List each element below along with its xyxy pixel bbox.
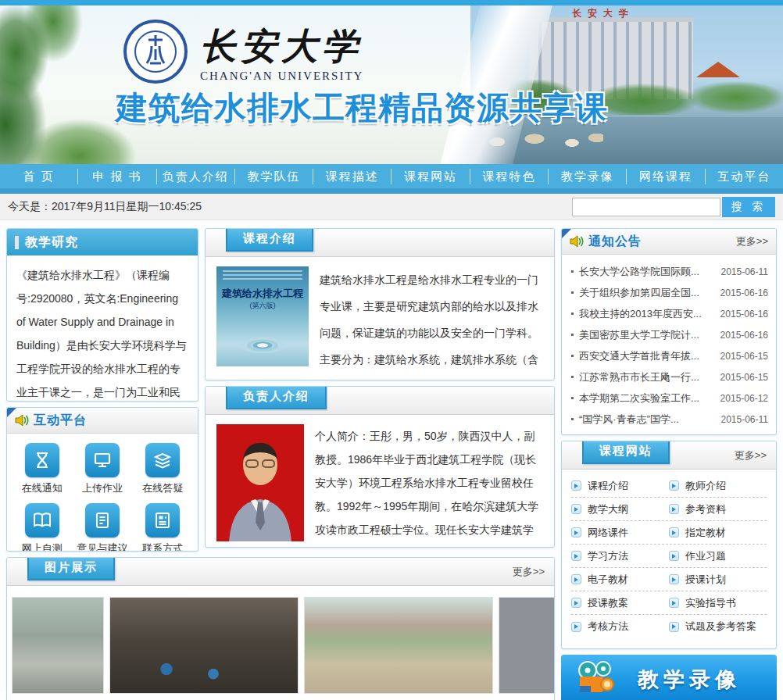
- university-seal-icon: [123, 20, 188, 84]
- leader-intro-tab[interactable]: 负责人介绍: [226, 386, 327, 409]
- gallery-photo[interactable]: [304, 597, 493, 694]
- notice-date: 2015-06-15: [720, 351, 768, 362]
- course-site-link[interactable]: 参考资料: [669, 502, 767, 516]
- notices-title: 通知公告: [588, 234, 642, 250]
- main-navigation: 首 页 申 报 书 负责人介绍 教学队伍 课程描述 课程网站 课程特色 教学录像…: [0, 164, 783, 188]
- book-edition: (第六版): [216, 301, 309, 311]
- notice-item[interactable]: 西安交通大学首批青年拔...2015-06-15: [570, 345, 768, 366]
- platform-item-label: 联系方式: [142, 541, 183, 552]
- course-site-more-link[interactable]: 更多>>: [735, 448, 767, 462]
- course-intro-text: 建筑给水排水工程是给水排水工程专业的一门专业课，主要是研究建筑内部的给水以及排水…: [320, 266, 543, 380]
- teaching-research-box: 教学研究 《建筑给水排水工程》（课程编号:2920080，英文名:Enginee…: [6, 228, 198, 402]
- textbook-cover-image[interactable]: 建筑给水排水工程 (第六版): [216, 266, 309, 366]
- course-site-link[interactable]: 课程介绍: [571, 479, 669, 493]
- platform-item-feedback[interactable]: 意见与建议: [72, 503, 132, 552]
- bullet: [571, 376, 574, 378]
- gallery-photo[interactable]: [12, 597, 104, 694]
- bullet: [571, 355, 574, 357]
- course-site-tab[interactable]: 课程网站: [582, 441, 670, 464]
- logo-english-name: CHANG'AN UNIVERSITY: [200, 70, 363, 83]
- notice-title: 我校主持的2013年度西安...: [579, 307, 716, 321]
- speaker-icon: [15, 414, 29, 427]
- course-site-link[interactable]: 网络课件: [571, 526, 669, 540]
- notice-item[interactable]: 关于组织参加第四届全国...2015-06-16: [570, 282, 768, 303]
- course-site-link[interactable]: 电子教材: [571, 573, 669, 587]
- gallery-box: 图片展示 更多>>: [6, 557, 555, 700]
- teaching-research-text: 《建筑给水排水工程》（课程编号:2920080，英文名:Engineering …: [7, 255, 198, 402]
- nav-item-application[interactable]: 申 报 书: [78, 169, 156, 184]
- course-banner-title: 建筑给水排水工程精品资源共享课: [116, 87, 608, 130]
- nav-item-leader[interactable]: 负责人介绍: [157, 169, 235, 184]
- arrow-icon: [669, 504, 679, 514]
- notice-item[interactable]: 江苏常熟市市长王飏一行...2015-06-15: [570, 366, 768, 388]
- search-input[interactable]: [572, 198, 720, 216]
- course-site-link[interactable]: 指定教材: [669, 526, 767, 540]
- notice-item[interactable]: 美国密苏里大学工学院计...2015-06-16: [570, 324, 768, 345]
- course-site-link[interactable]: 实验指导书: [669, 596, 767, 610]
- leader-intro-header: 负责人介绍: [206, 387, 554, 415]
- nav-item-description[interactable]: 课程描述: [313, 169, 392, 184]
- nav-item-platform[interactable]: 互动平台: [706, 169, 783, 184]
- nav-item-videos[interactable]: 教学录像: [549, 169, 627, 184]
- platform-item-self-test[interactable]: 网上自测: [12, 503, 72, 552]
- arrow-icon: [669, 574, 679, 584]
- notice-title: 西安交通大学首批青年拔...: [579, 349, 716, 363]
- course-intro-body: 建筑给水排水工程是给水排水工程专业的一门专业课，主要是研究建筑内部的给水以及排水…: [320, 273, 538, 380]
- bullet: [571, 334, 574, 336]
- platform-item-online-notice[interactable]: 在线通知: [12, 443, 72, 495]
- search-button[interactable]: 搜 索: [722, 197, 775, 217]
- leader-portrait-photo[interactable]: [216, 424, 304, 541]
- notice-item[interactable]: 本学期第二次实验室工作...2015-06-12: [570, 388, 768, 409]
- bullet: [571, 312, 574, 315]
- platform-item-upload-homework[interactable]: 上传作业: [72, 443, 132, 495]
- teaching-research-title: 教学研究: [25, 234, 78, 251]
- leader-intro-detail-link[interactable]: [查看详细]: [456, 547, 506, 548]
- course-site-link[interactable]: 试题及参考答案: [669, 620, 767, 634]
- notice-date: 2015-06-12: [720, 393, 768, 404]
- notice-item[interactable]: “国学风·青春志”国学...2015-06-11: [570, 409, 768, 430]
- notice-item[interactable]: 长安大学公路学院国际顾...2015-06-11: [570, 261, 768, 282]
- course-site-link[interactable]: 考核方法: [571, 620, 669, 634]
- course-site-link[interactable]: 授课计划: [669, 573, 767, 587]
- course-site-link[interactable]: 教学大纲: [571, 502, 669, 516]
- notice-date: 2015-06-16: [720, 288, 768, 298]
- hourglass-icon: [25, 443, 59, 477]
- monitor-icon: [85, 443, 120, 477]
- nav-item-website[interactable]: 课程网站: [392, 169, 470, 184]
- course-site-link[interactable]: 学习方法: [571, 549, 669, 563]
- gallery-header: 图片展示 更多>>: [7, 558, 554, 586]
- platform-item-label: 在线答疑: [142, 481, 183, 495]
- platform-item-contact[interactable]: 联系方式: [133, 503, 193, 552]
- notice-item[interactable]: 我校主持的2013年度西安...2015-06-16: [570, 303, 768, 324]
- course-site-link[interactable]: 教师介绍: [669, 479, 767, 493]
- course-intro-header: 课程介绍: [206, 229, 554, 257]
- course-site-link[interactable]: 授课教案: [571, 596, 669, 610]
- nav-item-online-course[interactable]: 网络课程: [627, 169, 705, 184]
- leader-intro-text: 个人简介：王彤，男，50岁，陕西汉中人，副教授。1986年毕业于西北建筑工程学院…: [315, 424, 543, 548]
- notices-more-link[interactable]: 更多>>: [736, 234, 768, 248]
- nav-item-home[interactable]: 首 页: [0, 169, 78, 184]
- course-intro-tab[interactable]: 课程介绍: [226, 228, 313, 252]
- notice-date: 2015-06-16: [720, 330, 768, 341]
- arrow-icon: [571, 527, 581, 538]
- gallery-more-link[interactable]: 更多>>: [513, 565, 545, 579]
- gallery-photo[interactable]: [109, 597, 299, 694]
- gallery-photo[interactable]: [499, 597, 554, 694]
- course-intro-detail-link[interactable]: [查看详细]: [417, 380, 467, 380]
- bullet: [571, 291, 574, 294]
- notices-box: 通知公告 更多>> 长安大学公路学院国际顾...2015-06-11 关于组织参…: [561, 228, 777, 435]
- top-accent-strip: [0, 0, 783, 5]
- leader-intro-box: 负责人介绍: [205, 386, 555, 548]
- nav-item-team[interactable]: 教学队伍: [235, 169, 313, 184]
- nav-item-features[interactable]: 课程特色: [470, 169, 549, 184]
- platform-item-online-qa[interactable]: 在线答疑: [133, 443, 193, 495]
- university-logo[interactable]: 长安大学 CHANG'AN UNIVERSITY: [123, 20, 363, 84]
- arrow-icon: [571, 598, 581, 608]
- gallery-tab[interactable]: 图片展示: [27, 557, 115, 580]
- arrow-icon: [571, 574, 581, 584]
- teaching-video-banner[interactable]: 教学录像: [561, 655, 777, 700]
- course-site-header: 课程网站 更多>>: [562, 441, 776, 470]
- arrow-icon: [669, 480, 679, 491]
- course-site-link[interactable]: 作业习题: [669, 549, 767, 563]
- building-rooftop-sign: 长安大学: [572, 7, 635, 20]
